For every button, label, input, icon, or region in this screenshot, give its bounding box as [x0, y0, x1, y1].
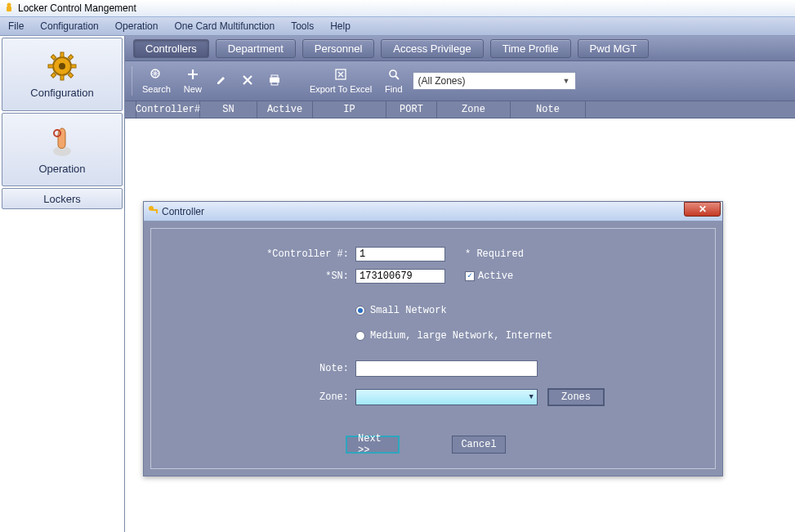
globe-search-icon	[149, 68, 163, 83]
checkbox-icon: ✓	[465, 271, 475, 281]
zone-combo[interactable]: ▼	[355, 389, 538, 405]
tab-time-profile[interactable]: Time Profile	[490, 39, 571, 58]
svg-point-0	[7, 2, 11, 7]
radio-icon	[355, 306, 365, 315]
tab-department[interactable]: Department	[216, 39, 296, 58]
printer-icon	[267, 78, 282, 88]
grid-header: Controller# SN Active IP PORT Zone Note	[125, 101, 795, 118]
label-large-network: Medium, large Network, Internet	[370, 330, 552, 342]
menu-operation[interactable]: Operation	[115, 20, 159, 32]
note-input[interactable]	[355, 360, 538, 377]
svg-rect-9	[68, 54, 73, 59]
svg-rect-11	[68, 72, 73, 77]
label-controller-num: *Controller #:	[151, 248, 355, 260]
svg-rect-1	[7, 7, 11, 11]
toolbar: Search New	[125, 61, 795, 101]
row-selector-column[interactable]	[125, 101, 136, 118]
next-button[interactable]: Next >>	[346, 436, 400, 454]
label-sn: *SN:	[151, 270, 355, 282]
toolbar-label: New	[184, 84, 202, 94]
tab-personnel[interactable]: Personnel	[302, 39, 375, 58]
tab-pwd-mgt[interactable]: Pwd MGT	[578, 39, 650, 58]
column-active[interactable]: Active	[257, 101, 313, 118]
sidebar-item-lockers[interactable]: Lockers	[2, 188, 123, 209]
toolbar-find[interactable]: Find	[378, 65, 409, 96]
label-required: * Required	[465, 248, 524, 260]
label-active: Active	[478, 270, 513, 282]
titlebar: Locker Control Mangement	[0, 0, 795, 17]
window-title: Locker Control Mangement	[18, 2, 136, 14]
active-checkbox[interactable]: ✓ Active	[465, 270, 513, 282]
label-note: Note:	[151, 363, 355, 374]
x-icon	[241, 78, 254, 88]
toolbar-print[interactable]	[261, 71, 288, 91]
large-network-radio[interactable]: Medium, large Network, Internet	[355, 330, 552, 342]
menu-tools[interactable]: Tools	[291, 20, 314, 32]
dialog-title: Controller	[162, 206, 204, 217]
chevron-down-icon: ▼	[529, 393, 534, 401]
close-button[interactable]: ✕	[684, 202, 721, 217]
menu-configuration[interactable]: Configuration	[40, 20, 98, 32]
toolbar-search[interactable]: Search	[136, 65, 177, 96]
cancel-button[interactable]: Cancel	[452, 436, 506, 454]
menu-file[interactable]: File	[8, 20, 24, 32]
tab-access-privilege[interactable]: Access Privilege	[381, 39, 483, 58]
column-sn[interactable]: SN	[200, 101, 257, 118]
dialog-titlebar: Controller ✕	[144, 202, 722, 221]
toolbar-label: Search	[142, 84, 171, 94]
svg-point-19	[390, 70, 396, 77]
label-zone: Zone:	[151, 391, 355, 403]
toolbar-label: Export To Excel	[310, 84, 372, 94]
toolbar-edit[interactable]	[208, 71, 234, 91]
magnifier-icon	[387, 68, 400, 83]
controller-num-input[interactable]	[355, 247, 445, 262]
column-zone[interactable]: Zone	[437, 101, 511, 118]
toolbar-label: Find	[385, 84, 402, 94]
sidebar-item-label: Configuration	[30, 87, 93, 99]
key-icon	[147, 204, 159, 218]
tabs-row: Controllers Department Personnel Access …	[125, 36, 795, 61]
label-small-network: Small Network	[370, 305, 447, 316]
column-note[interactable]: Note	[511, 101, 586, 118]
svg-rect-6	[48, 65, 53, 68]
sidebar-item-label: Lockers	[43, 193, 81, 205]
toolbar-zone-select[interactable]: (All Zones) ▼	[413, 72, 576, 90]
hand-touch-icon	[48, 125, 76, 160]
tab-controllers[interactable]: Controllers	[133, 39, 209, 58]
svg-rect-10	[51, 72, 56, 77]
svg-point-3	[59, 63, 65, 69]
sidebar: Configuration Operation Lockers	[0, 36, 125, 532]
chevron-down-icon: ▼	[563, 77, 570, 85]
menu-one-card[interactable]: One Card Multifunction	[174, 20, 275, 32]
svg-rect-7	[71, 65, 76, 68]
column-ip[interactable]: IP	[313, 101, 386, 118]
toolbar-delete[interactable]	[234, 71, 261, 91]
svg-rect-8	[51, 54, 56, 59]
svg-rect-4	[60, 52, 64, 57]
toolbar-new[interactable]: New	[177, 65, 208, 96]
excel-icon	[333, 68, 348, 83]
controller-dialog: Controller ✕ *Controller #: * Required *…	[143, 201, 723, 476]
sidebar-item-configuration[interactable]: Configuration	[2, 38, 123, 111]
menu-help[interactable]: Help	[330, 20, 351, 32]
pencil-icon	[215, 78, 228, 88]
app-icon	[3, 2, 15, 16]
gear-icon	[47, 51, 78, 84]
radio-icon	[355, 331, 365, 341]
small-network-radio[interactable]: Small Network	[355, 305, 447, 316]
svg-rect-21	[152, 209, 158, 211]
dialog-body: *Controller #: * Required *SN: ✓ Active …	[150, 228, 716, 469]
svg-rect-5	[60, 75, 64, 80]
menubar: File Configuration Operation One Card Mu…	[0, 17, 795, 36]
plus-icon	[186, 68, 199, 83]
sn-input[interactable]	[355, 269, 445, 284]
toolbar-export-excel[interactable]: Export To Excel	[303, 65, 378, 96]
sidebar-item-operation[interactable]: Operation	[2, 113, 123, 186]
zone-select-value: (All Zones)	[418, 75, 466, 87]
svg-rect-22	[156, 211, 158, 213]
svg-rect-16	[271, 75, 278, 78]
zones-button[interactable]: Zones	[547, 388, 605, 406]
column-port[interactable]: PORT	[386, 101, 437, 118]
column-controller-num[interactable]: Controller#	[136, 101, 200, 118]
close-icon: ✕	[699, 203, 707, 215]
